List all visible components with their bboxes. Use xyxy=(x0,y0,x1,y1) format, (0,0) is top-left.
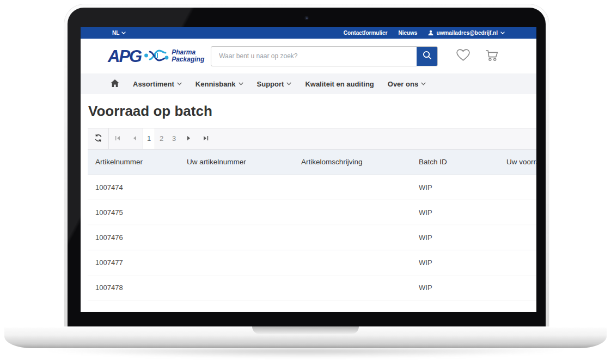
nav-item-kwaliteit-en-auditing[interactable]: Kwaliteit en auditing xyxy=(305,80,374,88)
page-button-1[interactable]: 1 xyxy=(143,128,155,149)
cart-button[interactable] xyxy=(485,48,499,64)
chevron-down-icon xyxy=(177,82,182,85)
last-page-button[interactable] xyxy=(197,128,214,149)
table-row: 1007475 WIP xyxy=(88,200,536,225)
page-button-2[interactable]: 2 xyxy=(155,128,168,149)
laptop-mockup: NL Contactformulier Nieuws uwmailadres@b… xyxy=(0,0,611,364)
table-row-partial xyxy=(88,300,536,312)
contact-link[interactable]: Contactformulier xyxy=(344,30,388,36)
nav-item-kennisbank[interactable]: Kennisbank xyxy=(195,80,243,88)
chevron-down-icon xyxy=(121,32,126,34)
table-row: 1007476 WIP xyxy=(88,225,536,250)
home-icon xyxy=(111,79,119,89)
nav-item-label: Kwaliteit en auditing xyxy=(305,80,374,88)
page-title: Voorraad op batch xyxy=(88,94,536,128)
next-page-button[interactable] xyxy=(180,128,197,149)
cell-artikelnummer: 1007478 xyxy=(88,283,179,292)
brand-tagline-bottom: Packaging xyxy=(172,56,204,63)
prev-page-icon xyxy=(132,134,137,143)
cell-batch-id: WIP xyxy=(411,183,499,192)
column-header-artikelomschrijving: Artikelomschrijving xyxy=(294,158,411,166)
webcam xyxy=(304,16,309,20)
language-label: NL xyxy=(112,30,119,36)
site-header: APG Pharma Packaging xyxy=(81,39,536,73)
browser-page: NL Contactformulier Nieuws uwmailadres@b… xyxy=(81,27,536,312)
search-input[interactable] xyxy=(211,47,417,66)
language-selector[interactable]: NL xyxy=(112,30,126,36)
laptop-base xyxy=(4,326,607,348)
prev-page-button[interactable] xyxy=(126,128,143,149)
account-menu[interactable]: uwmailadres@bedrijf.nl xyxy=(428,30,505,36)
nav-item-label: Support xyxy=(257,80,284,88)
nav-home[interactable] xyxy=(111,79,119,89)
column-header-uw-voorraad: Uw voorraad xyxy=(499,158,536,166)
base-notch xyxy=(252,326,359,334)
last-page-icon xyxy=(203,134,209,143)
column-header-batch-id: Batch ID xyxy=(411,158,499,166)
nav-item-label: Assortiment xyxy=(133,80,174,88)
nav-item-label: Over ons xyxy=(388,80,418,88)
batch-stock-table: Artikelnummer Uw artikelnummer Artikelom… xyxy=(88,150,536,312)
laptop-reflection xyxy=(19,349,593,359)
cell-batch-id: WIP xyxy=(411,233,499,242)
column-header-artikelnummer: Artikelnummer xyxy=(88,158,179,166)
table-header-row: Artikelnummer Uw artikelnummer Artikelom… xyxy=(88,150,536,175)
brand-logo[interactable]: APG Pharma Packaging xyxy=(108,47,204,65)
nav-item-support[interactable]: Support xyxy=(257,80,292,88)
wishlist-button[interactable] xyxy=(456,48,471,64)
search-bar xyxy=(211,46,438,66)
chevron-down-icon xyxy=(500,32,505,34)
first-page-button[interactable] xyxy=(109,128,126,149)
topbar-links: Contactformulier Nieuws uwmailadres@bedr… xyxy=(344,30,505,36)
table-row: 1007477 WIP xyxy=(88,250,536,275)
refresh-icon xyxy=(94,134,102,144)
first-page-icon xyxy=(115,134,120,143)
cell-artikelnummer: 1007477 xyxy=(88,258,179,267)
person-icon xyxy=(428,30,433,36)
table-row: 1007478 WIP xyxy=(88,275,536,300)
next-page-icon xyxy=(187,134,191,143)
cart-icon xyxy=(485,48,499,64)
chevron-down-icon xyxy=(239,82,243,85)
nav-item-assortiment[interactable]: Assortiment xyxy=(133,80,182,88)
heart-icon xyxy=(456,48,471,64)
chevron-down-icon xyxy=(421,82,426,85)
search-button[interactable] xyxy=(417,47,437,66)
cell-batch-id: WIP xyxy=(411,208,499,217)
news-link[interactable]: Nieuws xyxy=(398,30,417,36)
main-nav: Assortiment Kennisbank Support xyxy=(81,73,536,94)
utility-topbar: NL Contactformulier Nieuws uwmailadres@b… xyxy=(81,27,536,39)
brand-name: APG xyxy=(108,48,141,65)
page-button-3[interactable]: 3 xyxy=(168,128,180,149)
account-email: uwmailadres@bedrijf.nl xyxy=(436,30,498,36)
cell-batch-id: WIP xyxy=(411,283,499,292)
laptop-screen-frame: NL Contactformulier Nieuws uwmailadres@b… xyxy=(64,4,549,329)
dna-icon xyxy=(144,47,169,65)
cell-artikelnummer: 1007475 xyxy=(88,208,179,217)
cell-batch-id: WIP xyxy=(411,258,499,267)
chevron-down-icon xyxy=(286,82,291,85)
column-header-uw-artikelnummer: Uw artikelnummer xyxy=(179,158,294,166)
nav-item-over-ons[interactable]: Over ons xyxy=(388,80,426,88)
nav-item-label: Kennisbank xyxy=(195,80,236,88)
header-icons xyxy=(456,48,499,64)
refresh-button[interactable] xyxy=(88,128,109,149)
search-icon xyxy=(423,51,432,61)
page-content: Voorraad op batch xyxy=(81,94,536,312)
cell-artikelnummer: 1007474 xyxy=(88,183,179,192)
cell-artikelnummer: 1007476 xyxy=(88,233,179,242)
table-row: 1007474 WIP xyxy=(88,175,536,200)
grid-pager: 1 2 3 xyxy=(88,128,536,150)
brand-tagline: Pharma Packaging xyxy=(172,49,204,63)
